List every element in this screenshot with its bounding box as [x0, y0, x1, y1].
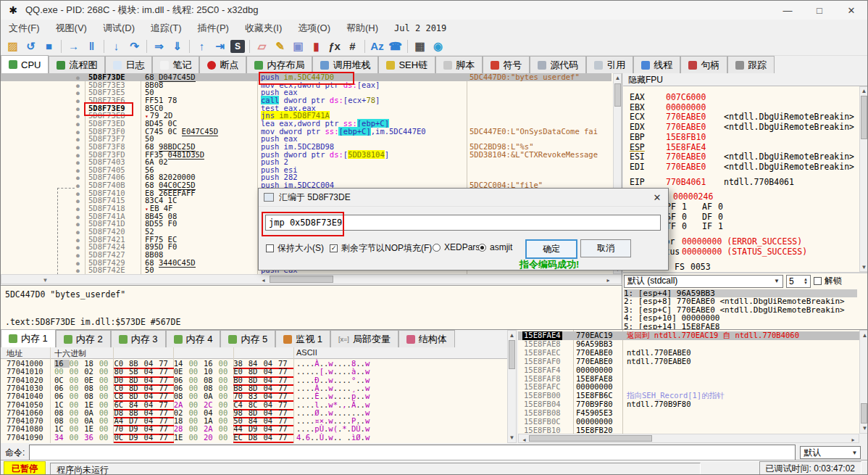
restart-icon[interactable]: ↺: [22, 38, 40, 54]
stack-row[interactable]: 15E8FAE4770EAC19返回到 ntdll.770EAC19 自 ntd…: [518, 331, 859, 340]
tab-memory[interactable]: 内存 5: [220, 330, 275, 347]
calculator-icon[interactable]: ▦: [411, 38, 429, 54]
stack-row[interactable]: 15E8FB1015E8FB20: [518, 426, 859, 434]
settings-icon[interactable]: S: [230, 40, 245, 53]
trace-into-icon[interactable]: ⇒: [150, 38, 168, 54]
hash-icon[interactable]: #: [343, 38, 362, 54]
run-to-user-code-icon[interactable]: ⇥: [211, 38, 229, 54]
command-input[interactable]: [29, 445, 796, 460]
dump-vscrollbar[interactable]: ▲ ▼: [507, 330, 517, 443]
register-row[interactable]: EDI770EABE0<ntdll.DbgUiRemoteBreakin>: [630, 162, 854, 172]
call-argument-row[interactable]: 1: [esp+4] 96A59BB3: [624, 289, 857, 297]
tab-watch[interactable]: 监视 1: [275, 330, 330, 347]
menu-item[interactable]: 选项(O): [290, 20, 338, 37]
maximize-button[interactable]: □: [804, 1, 835, 20]
ok-button[interactable]: 确定: [525, 239, 577, 259]
dump-row[interactable]: 7704104006000800C88D047708000A0070830477…: [1, 392, 507, 400]
command-profile-select[interactable]: 默认 ▼: [800, 446, 861, 459]
register-row[interactable]: EBX00000000: [630, 102, 706, 112]
comments-icon[interactable]: ✎: [271, 38, 289, 54]
tab-symbols[interactable]: 符号: [483, 56, 530, 73]
tab-cpu[interactable]: CPU: [1, 55, 49, 73]
tab-references[interactable]: 引用: [586, 56, 633, 73]
tab-script[interactable]: 脚本: [435, 56, 483, 73]
open-file-icon[interactable]: ▨: [4, 38, 22, 54]
menu-item[interactable]: 帮助(H): [338, 20, 386, 37]
tab-memory[interactable]: 内存 4: [166, 330, 221, 347]
bookmarks-icon[interactable]: ▮: [307, 38, 325, 54]
tab-threads[interactable]: 线程: [633, 56, 680, 73]
stack-row[interactable]: 15E8FAF0770EABE0ntdll.770EABE0: [518, 358, 859, 366]
tab-breakpoint[interactable]: 断点: [199, 56, 246, 73]
call-argument-row[interactable]: 5: [esp+14] 15E8FAE8: [624, 323, 857, 329]
assemble-instruction-input[interactable]: [265, 215, 661, 231]
register-row[interactable]: EDX770EABE0<ntdll.DbgUiRemoteBreakin>: [630, 122, 854, 132]
cancel-button[interactable]: 取消: [580, 239, 631, 257]
register-row[interactable]: ESP15E8FAE4: [630, 142, 706, 152]
stack-pane[interactable]: 15E8FAE4770EAC19返回到 ntdll.770EAC19 自 ntd…: [518, 330, 859, 434]
tab-seh-chain[interactable]: SEH链: [378, 56, 435, 73]
tab-call-stack[interactable]: 调用堆栈: [312, 56, 378, 73]
run-icon[interactable]: →: [64, 38, 83, 54]
dump-vscroll-thumb[interactable]: [509, 340, 515, 369]
modules-phone-icon[interactable]: ☎: [386, 38, 404, 54]
globe-icon[interactable]: ◉: [429, 38, 447, 54]
breakpoint-dot-icon[interactable]: ●: [76, 267, 80, 274]
labels-icon[interactable]: ▣: [289, 38, 307, 54]
stack-row[interactable]: 15E8FB04770B9F80ntdll.770B9F80: [518, 400, 859, 409]
splitter[interactable]: [622, 272, 868, 273]
menu-item[interactable]: 文件(F): [1, 20, 48, 37]
menu-item[interactable]: 调试(D): [95, 20, 143, 37]
stack-row[interactable]: 15E8FAEC770EABE0ntdll.770EABE0: [518, 349, 859, 358]
register-row[interactable]: EIP770B4061ntdll.770B4061: [630, 177, 794, 187]
registers-vscrollbar[interactable]: ▲ ▼: [859, 86, 868, 272]
stack-vscroll-thumb[interactable]: [861, 403, 867, 424]
step-over-icon[interactable]: ↷: [125, 38, 143, 54]
strings-az-icon[interactable]: Az: [368, 38, 386, 54]
menu-item[interactable]: 追踪(T): [143, 20, 190, 37]
tab-memory-map[interactable]: 内存布局: [246, 56, 312, 73]
functions-fx-icon[interactable]: ƒx: [325, 38, 343, 54]
stop-icon[interactable]: ■: [40, 38, 58, 54]
tab-memory[interactable]: 内存 2: [56, 330, 111, 347]
tab-log[interactable]: 日志: [105, 56, 152, 73]
registers-vscroll-thumb[interactable]: [861, 96, 867, 139]
register-row[interactable]: ESI770EABE0<ntdll.DbgUiRemoteBreakin>: [630, 152, 854, 162]
tab-notes[interactable]: 笔记: [152, 56, 199, 73]
step-out-icon[interactable]: ↑: [193, 38, 211, 54]
minimize-button[interactable]: —: [772, 1, 804, 20]
hide-fpu-button[interactable]: 隐藏FPU: [622, 73, 868, 86]
stack-row[interactable]: 15E8FAE896A59BB3: [518, 340, 859, 349]
nop-fill-checkbox[interactable]: ✓ 剩余字节以NOP填充(F): [330, 242, 432, 255]
calling-convention-select[interactable]: 默认 (stdcall) ▼: [624, 275, 783, 288]
asmjit-radio[interactable]: asmjit: [478, 242, 512, 252]
pause-icon[interactable]: ‖: [83, 38, 101, 54]
memory-dump-pane[interactable]: 地址 十六进制 ASCII 7704100016001800C08B047714…: [1, 347, 507, 443]
stack-hscroll-thumb[interactable]: [529, 435, 652, 442]
stack-row[interactable]: 15E8FAF815E8FAE8: [518, 375, 859, 384]
trace-over-icon[interactable]: ⇓: [168, 38, 186, 54]
tab-struct[interactable]: 结构体: [398, 330, 455, 347]
stack-vscrollbar[interactable]: ▲ ▼: [859, 330, 868, 434]
register-row[interactable]: EBP15E8FB10: [630, 132, 706, 142]
dialog-close-icon[interactable]: ✕: [646, 192, 668, 203]
tab-memory[interactable]: 内存 1: [1, 329, 56, 347]
menu-item[interactable]: 视图(V): [48, 20, 95, 37]
step-into-icon[interactable]: ↓: [107, 38, 125, 54]
dialog-title-bar[interactable]: 汇编于 5D8F73DE ✕: [259, 189, 668, 207]
unlock-checkbox[interactable]: [814, 277, 822, 285]
menu-item[interactable]: 收藏夹(I): [237, 20, 290, 37]
arg-count-stepper[interactable]: 5 ▲▼: [786, 275, 811, 288]
tab-memory[interactable]: 内存 3: [111, 330, 166, 347]
dump-row[interactable]: 770410801C001E0070D9047728002A0044D90477…: [1, 425, 507, 433]
call-argument-row[interactable]: 2: [esp+8] 770EABE0 <ntdll.DbgUiRemoteBr…: [624, 297, 857, 305]
stack-row[interactable]: 15E8FB0C00000000: [518, 418, 859, 426]
tab-trace[interactable]: 跟踪: [727, 56, 775, 73]
disasm-hscroll-thumb[interactable]: [270, 276, 333, 283]
keep-size-checkbox[interactable]: 保持大小(S): [266, 242, 324, 255]
stack-hscrollbar[interactable]: ◂ ▸: [518, 434, 859, 443]
tab-source[interactable]: 源代码: [530, 56, 586, 73]
dump-row[interactable]: 77041090340036000CD904771E002000ECD80477…: [1, 434, 507, 442]
tab-locals[interactable]: [x=]局部变量: [330, 330, 398, 347]
stack-row[interactable]: 15E8FAF400000000: [518, 366, 859, 375]
